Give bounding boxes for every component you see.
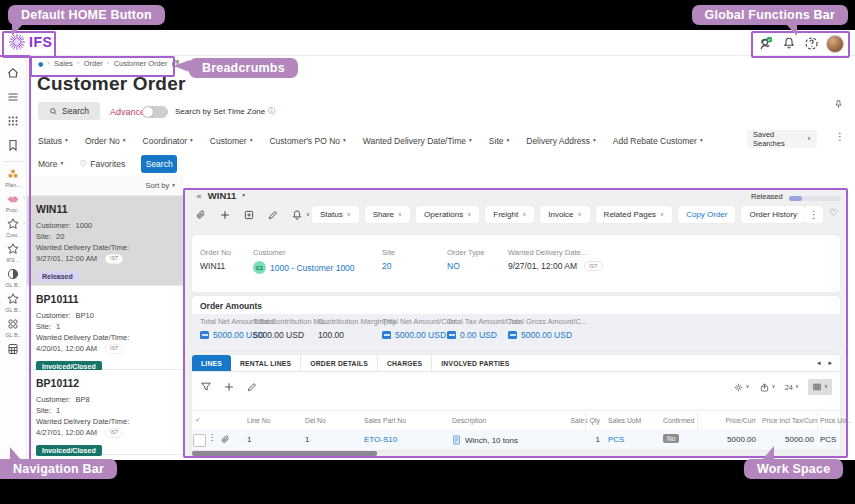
sidebar-item-customer[interactable]: › Cust..	[0, 217, 27, 238]
filter-delivery-address[interactable]: Delivery Address▾	[526, 136, 596, 146]
table-export-button[interactable]: ∨	[759, 382, 776, 393]
list-item[interactable]: BP10112 Customer:BP8 Site:1 Wanted Deliv…	[27, 370, 183, 455]
notifications-bell-icon[interactable]	[782, 36, 796, 50]
filter-more[interactable]: More▾	[38, 159, 63, 169]
add-icon[interactable]	[219, 209, 231, 221]
sidebar-item-procurement[interactable]: › Proc..	[0, 192, 27, 213]
filter-order-no[interactable]: Order No▾	[85, 136, 126, 146]
home-icon[interactable]	[6, 66, 20, 80]
caret-down-icon[interactable]: ▾	[242, 193, 245, 199]
sidebar-item-ifs[interactable]: IFS ..	[0, 242, 27, 263]
share-menu-button[interactable]: Share∨	[365, 206, 410, 223]
breadcrumb-item-customer-order[interactable]: Customer Order	[114, 59, 168, 68]
edit-icon[interactable]	[267, 209, 279, 221]
tab-lines[interactable]: LINES	[192, 355, 231, 371]
star-icon	[6, 292, 20, 306]
released-progress-bar	[789, 196, 841, 201]
document-icon[interactable]	[452, 435, 461, 445]
chevron-right-icon: ›	[23, 195, 25, 201]
record-header: « WIN11 ▾	[196, 190, 245, 201]
tab-involved-parties[interactable]: INVOLVED PARTIES	[432, 355, 518, 371]
favorites-button[interactable]: ♡Favorites	[79, 159, 125, 169]
invoice-menu-button[interactable]: Invoice∨	[540, 206, 589, 223]
filter-status[interactable]: Status▾	[38, 136, 68, 146]
table-settings-button[interactable]: ∨	[733, 382, 750, 393]
filter-wanted-delivery[interactable]: Wanted Delivery Date/Time▾	[363, 136, 472, 146]
sidebar-item-gl-3[interactable]: GL B..	[0, 317, 27, 338]
site-link[interactable]: 20	[382, 261, 395, 271]
annotation-navigation-bar: Navigation Bar	[0, 459, 117, 479]
filter-site[interactable]: Site▾	[489, 136, 509, 146]
edit-row-icon[interactable]	[246, 381, 258, 393]
row-attachment-icon[interactable]	[220, 434, 231, 445]
annotation-global-functions: Global Functions Bar	[692, 5, 848, 25]
search-button[interactable]: Search	[38, 102, 100, 120]
list-item[interactable]: BP10111 Customer:BP10 Site:1 Wanted Deli…	[27, 286, 183, 370]
apply-search-button[interactable]: Search	[141, 155, 177, 173]
tab-next-icon[interactable]: ▸	[828, 360, 832, 367]
add-row-icon[interactable]	[223, 381, 235, 393]
attachment-icon[interactable]	[195, 209, 207, 221]
row-checkbox[interactable]	[193, 434, 206, 447]
filter-customers-po-no[interactable]: Customer's PO No▾	[269, 136, 345, 146]
pin-icon[interactable]	[833, 99, 844, 110]
sidebar-item-gl-1[interactable]: GL B..	[0, 267, 27, 288]
four-circles-icon	[6, 317, 20, 331]
tab-prev-icon[interactable]: ◂	[817, 360, 821, 367]
freight-menu-button[interactable]: Freight∨	[485, 206, 534, 223]
duplicate-icon[interactable]	[243, 209, 255, 221]
select-all-check-icon[interactable]: ✓	[195, 417, 201, 424]
timezone-toggle[interactable]	[142, 106, 168, 118]
sidebar-item-calculator[interactable]	[0, 342, 27, 356]
breadcrumb-item-order[interactable]: Order	[84, 59, 103, 68]
list-item[interactable]: WIN11 Customer:1000 Site:20 Wanted Deliv…	[27, 196, 183, 286]
sidebar-item-label: Proc..	[6, 207, 20, 213]
view-mode-button[interactable]: ∨	[808, 379, 832, 395]
calculator-icon	[6, 342, 20, 356]
row-kebab-icon[interactable]: ⋮	[208, 434, 216, 442]
favorite-heart-icon[interactable]: ♡	[829, 208, 838, 218]
bookmark-icon[interactable]	[6, 138, 20, 152]
cell-price-curr: 5000.00	[702, 435, 756, 444]
page-size-select[interactable]: 24 ∨	[785, 383, 799, 392]
sidebar-item-label: GL B..	[5, 307, 20, 313]
info-icon: ⓘ	[268, 108, 275, 115]
menu-icon[interactable]	[6, 90, 20, 104]
status-menu-button[interactable]: Status∨	[312, 206, 359, 223]
user-avatar[interactable]	[826, 35, 844, 53]
notify-icon[interactable]: ∨	[291, 209, 310, 221]
order-header-card: Order No WIN11 Customer C1 1000 - Custom…	[192, 235, 840, 292]
operations-menu-button[interactable]: Operations∨	[416, 206, 479, 223]
filter-coordinator[interactable]: Coordinator▾	[143, 136, 193, 146]
filter-add-rebate-customer[interactable]: Add Rebate Customer▾	[613, 136, 703, 146]
tab-rental-lines[interactable]: RENTAL LINES	[231, 355, 301, 371]
sidebar-item-gl-2[interactable]: GL B..	[0, 292, 27, 313]
horizontal-scrollbar[interactable]	[192, 451, 840, 456]
filter-kebab-icon[interactable]: ⋮	[835, 132, 845, 142]
order-type-link[interactable]: NO	[447, 261, 484, 271]
cell-sales-uom[interactable]: PCS	[608, 435, 624, 444]
record-kebab-button[interactable]: ⋮	[805, 206, 823, 223]
sidebar-item-planning[interactable]: Plan...	[0, 167, 27, 188]
timezone-pill: IST	[584, 261, 603, 271]
list-sort-header[interactable]: Sort by ▾	[27, 176, 183, 196]
currency-icon	[447, 331, 456, 339]
saved-searches-select[interactable]: Saved Searches ∨	[747, 130, 817, 148]
filter-funnel-icon[interactable]	[200, 381, 212, 393]
collapse-icon[interactable]: «	[196, 191, 202, 201]
filter-customer[interactable]: Customer▾	[210, 136, 253, 146]
copy-order-button[interactable]: Copy Order	[678, 206, 735, 223]
cluster-icon	[6, 167, 20, 181]
order-history-button[interactable]: Order History	[741, 206, 805, 223]
table-row[interactable]: ⋮ 1 1 ETO-S10 Winch, 10 tons 1 PCS No 50	[192, 430, 840, 451]
chevron-right-icon: ›	[23, 220, 25, 226]
tab-order-details[interactable]: ORDER DETAILS	[301, 355, 378, 371]
related-pages-menu-button[interactable]: Related Pages∨	[596, 206, 673, 223]
support-agent-icon[interactable]	[758, 36, 773, 51]
apps-grid-icon[interactable]	[6, 114, 20, 128]
cell-sales-part-no[interactable]: ETO-S10	[364, 435, 397, 444]
tab-charges[interactable]: CHARGES	[378, 355, 432, 371]
table-header-row: ✓ Line No Del No Sales Part No Descripti…	[192, 412, 840, 431]
help-history-icon[interactable]	[804, 36, 819, 51]
breadcrumb-item-sales[interactable]: Sales	[54, 59, 73, 68]
